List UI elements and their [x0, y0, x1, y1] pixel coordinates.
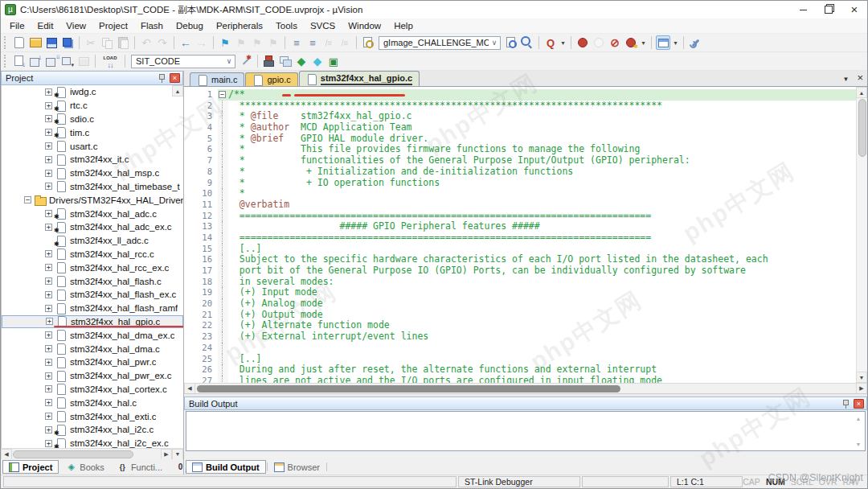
expand-box[interactable]: +: [45, 129, 52, 136]
paste-button[interactable]: [116, 35, 130, 50]
close-panel-icon[interactable]: [170, 73, 180, 83]
fold-margin[interactable]: [218, 155, 228, 166]
tree-item-stm32f4xx-hal-dma-ex-c[interactable]: +stm32f4xx_hal_dma_ex.c: [2, 328, 183, 342]
expand-box[interactable]: +: [45, 250, 52, 257]
expand-box[interactable]: +: [45, 385, 52, 392]
menu-project[interactable]: Project: [92, 18, 134, 33]
stop-build-button[interactable]: [76, 54, 91, 68]
chevron-down-icon[interactable]: [489, 39, 500, 47]
editor-vscrollbar[interactable]: [856, 87, 867, 383]
expand-box[interactable]: +: [45, 399, 52, 406]
tree-item-stm32f4xx-hal-adc-c[interactable]: +stm32f4xx_hal_adc.c: [2, 207, 183, 220]
tree-item-stm32f4xx-ll-adc-c[interactable]: stm32f4xx_ll_adc.c: [2, 234, 183, 248]
menu-view[interactable]: View: [59, 18, 92, 33]
fold-margin[interactable]: [218, 310, 228, 321]
scroll-up-arrow[interactable]: [856, 87, 867, 98]
scroll-down-arrow[interactable]: [856, 372, 867, 383]
code-editor[interactable]: 1/**2 **********************************…: [184, 87, 867, 383]
tree-item-stm32f4xx-hal-rcc-c[interactable]: +stm32f4xx_hal_rcc.c: [2, 248, 183, 261]
minimize-button[interactable]: [790, 1, 816, 18]
tree-item-tim-c[interactable]: +tim.c: [2, 125, 183, 139]
scroll-left-arrow[interactable]: [1, 449, 12, 460]
tree-item-iwdg-c[interactable]: +iwdg.c: [2, 85, 183, 99]
debug-windows-button[interactable]: [656, 35, 670, 50]
tree-item-stm32f4xx-hal-gpio-c[interactable]: +stm32f4xx_hal_gpio.c: [2, 315, 183, 329]
tab-stm32f4xx-hal-gpio-c[interactable]: stm32f4xx_hal_gpio.c: [299, 71, 420, 86]
expand-box[interactable]: +: [45, 372, 52, 380]
scroll-down-arrow[interactable]: [172, 449, 183, 460]
tab-main-c[interactable]: main.c: [190, 72, 244, 86]
expand-box[interactable]: +: [45, 413, 52, 420]
fold-margin[interactable]: [218, 166, 228, 178]
expand-box[interactable]: +: [45, 264, 52, 271]
pin-icon[interactable]: [158, 73, 166, 83]
code-area[interactable]: 1/**2 **********************************…: [184, 87, 856, 383]
quick-search-button[interactable]: [543, 35, 558, 50]
expand-box[interactable]: +: [45, 277, 52, 285]
scroll-up-arrow[interactable]: [172, 85, 183, 97]
expand-box[interactable]: +: [45, 359, 52, 366]
manage-run-time-environment-button[interactable]: [262, 54, 276, 68]
editor-hscrollbar[interactable]: [184, 383, 867, 393]
rebuild-all-button[interactable]: [44, 54, 59, 68]
unindent-button[interactable]: [305, 35, 320, 50]
fold-collapse-icon[interactable]: [219, 91, 226, 98]
target-select-combo[interactable]: SIT_CODE: [131, 55, 235, 68]
tree-item-stm32f4xx-hal-exti-c[interactable]: +stm32f4xx_hal_exti.c: [2, 409, 183, 423]
build-output-content[interactable]: [186, 411, 866, 451]
cut-button[interactable]: [84, 35, 98, 50]
fold-margin[interactable]: [218, 89, 228, 101]
fold-margin[interactable]: [218, 232, 228, 244]
fold-margin[interactable]: [218, 364, 228, 376]
expand-box[interactable]: +: [45, 291, 52, 298]
expand-box[interactable]: +: [45, 440, 52, 447]
fold-margin[interactable]: [218, 320, 228, 331]
scroll-right-arrow[interactable]: [161, 449, 172, 460]
select-software-packs-button[interactable]: [294, 54, 309, 68]
translate-button[interactable]: [12, 54, 27, 68]
save-button[interactable]: [44, 35, 59, 50]
configure-button[interactable]: [688, 35, 702, 50]
toggle-bookmark-button[interactable]: [218, 35, 232, 50]
menu-flash[interactable]: Flash: [134, 18, 170, 33]
tree-item-stm32f4xx-hal-timebase-t[interactable]: +stm32f4xx_hal_timebase_t: [2, 180, 183, 194]
fold-margin[interactable]: [218, 298, 228, 310]
dock-tab-books[interactable]: Books: [60, 460, 110, 474]
new-file-button[interactable]: [12, 35, 27, 50]
document-list-dropdown-icon[interactable]: [842, 75, 849, 83]
tree-item-rtc-c[interactable]: +rtc.c: [2, 99, 183, 113]
tree-item-sdio-c[interactable]: +sdio.c: [2, 113, 183, 126]
project-tree-vscrollbar[interactable]: [171, 85, 183, 448]
pack-installer-button[interactable]: [310, 54, 325, 68]
find-combo[interactable]: gImage_CHALLENGE_MO: [379, 36, 501, 50]
indent-button[interactable]: [289, 35, 304, 50]
menu-peripherals[interactable]: Peripherals: [210, 18, 269, 33]
fold-margin[interactable]: [218, 144, 228, 155]
fold-margin[interactable]: [218, 211, 228, 222]
menu-debug[interactable]: Debug: [170, 18, 210, 33]
menu-window[interactable]: Window: [342, 18, 387, 33]
tree-item-stm32f4xx-hal-rcc-ex-c[interactable]: +stm32f4xx_hal_rcc_ex.c: [2, 261, 183, 274]
hscroll-thumb[interactable]: [197, 385, 620, 392]
fold-margin[interactable]: [218, 287, 228, 298]
find-in-files-button[interactable]: [361, 35, 375, 50]
dock-tab-browser[interactable]: Browser: [268, 460, 326, 474]
chevron-down-icon[interactable]: [223, 57, 235, 65]
expand-box[interactable]: +: [45, 331, 52, 339]
copy-button[interactable]: [100, 35, 114, 50]
scroll-right-arrow[interactable]: [856, 383, 867, 394]
expand-box[interactable]: +: [45, 183, 52, 190]
fold-margin[interactable]: [218, 122, 228, 134]
expand-box[interactable]: +: [45, 142, 52, 150]
pin-icon[interactable]: [841, 399, 850, 409]
clear-bookmarks-button[interactable]: [266, 35, 280, 50]
restore-button[interactable]: [816, 1, 841, 18]
save-all-button[interactable]: [60, 35, 75, 50]
fold-margin[interactable]: [218, 221, 228, 232]
scroll-up-arrow[interactable]: [853, 413, 864, 424]
tree-item-stm32f4xx-hal-flash-c[interactable]: +stm32f4xx_hal_flash.c: [2, 274, 183, 288]
tree-item-stm32f4xx-hal-pwr-ex-c[interactable]: +stm32f4xx_hal_pwr_ex.c: [2, 369, 183, 383]
open-file-button[interactable]: [28, 35, 43, 50]
tree-item-stm32f4xx-hal-msp-c[interactable]: +stm32f4xx_hal_msp.c: [2, 166, 183, 180]
expand-box[interactable]: +: [46, 318, 53, 325]
